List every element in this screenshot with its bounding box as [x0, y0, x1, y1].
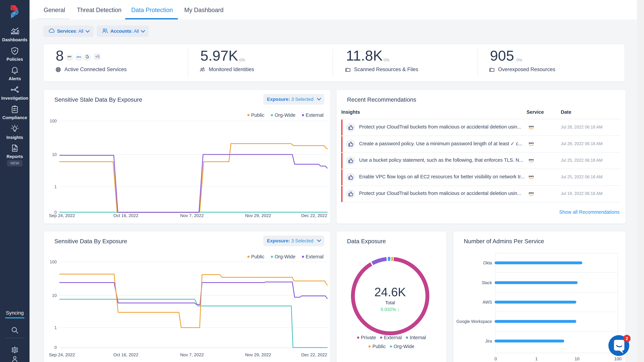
svg-text:box: box: [77, 55, 81, 58]
svg-text:Nov 7, 2022: Nov 7, 2022: [180, 213, 204, 218]
svg-text:Total: Total: [385, 300, 395, 305]
svg-text:aws: aws: [529, 191, 534, 194]
svg-text:Jira: Jira: [485, 339, 492, 344]
svg-text:100: 100: [50, 260, 57, 264]
svg-text:100: 100: [50, 118, 57, 123]
svg-text:Nov 29, 2022: Nov 29, 2022: [245, 352, 271, 357]
svg-text:aws: aws: [529, 142, 534, 144]
svg-text:1: 1: [54, 325, 57, 330]
svg-text:Nov 7, 2022: Nov 7, 2022: [180, 352, 204, 357]
svg-text:AWS: AWS: [482, 300, 492, 304]
svg-text:aws: aws: [529, 175, 534, 178]
svg-text:10: 10: [52, 152, 57, 157]
svg-text:Slack: Slack: [482, 280, 492, 285]
svg-text:10: 10: [52, 293, 57, 298]
svg-text:24.6K: 24.6K: [374, 285, 406, 299]
svg-text:1: 1: [535, 356, 538, 361]
svg-text:0.032% ↑: 0.032% ↑: [381, 307, 400, 312]
svg-text:aws: aws: [68, 55, 72, 58]
svg-text:0: 0: [54, 345, 57, 350]
svg-text:1: 1: [54, 184, 57, 189]
svg-text:Dec 22, 2022: Dec 22, 2022: [301, 213, 327, 218]
svg-text:Dec 22, 2022: Dec 22, 2022: [301, 352, 327, 357]
svg-text:Okta: Okta: [483, 260, 492, 265]
svg-text:aws: aws: [529, 158, 534, 161]
svg-text:Google Workspace: Google Workspace: [456, 319, 492, 324]
svg-text:Oct 16, 2022: Oct 16, 2022: [114, 213, 138, 218]
svg-text:Sep 24, 2022: Sep 24, 2022: [49, 352, 75, 357]
svg-text:100: 100: [614, 356, 621, 361]
svg-text:aws: aws: [529, 125, 534, 128]
svg-text:Nov 29, 2022: Nov 29, 2022: [245, 213, 271, 218]
svg-text:Sep 24, 2022: Sep 24, 2022: [49, 213, 75, 218]
svg-text:10: 10: [575, 356, 580, 361]
svg-text:Oct 16, 2022: Oct 16, 2022: [114, 352, 138, 357]
svg-text:0: 0: [494, 356, 497, 361]
